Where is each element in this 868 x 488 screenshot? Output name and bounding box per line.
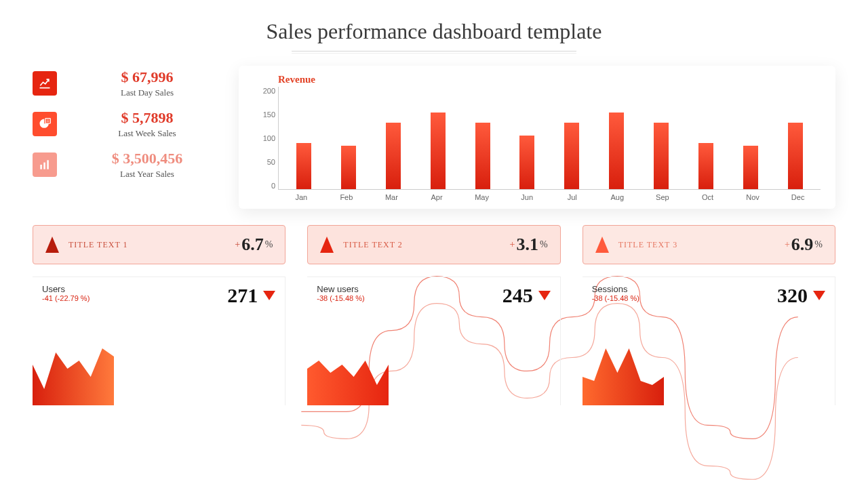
svg-marker-5: [307, 361, 389, 405]
revenue-bar: [654, 123, 669, 189]
stat-value: $ 3,500,456: [72, 150, 222, 167]
revenue-bar: [743, 146, 758, 189]
title-card-suffix: %: [540, 239, 548, 250]
revenue-bar: [296, 143, 311, 189]
revenue-bars: [279, 87, 821, 189]
stat-item: $ 67,996Last Day Sales: [33, 68, 222, 98]
stat-value: $ 67,996: [72, 68, 222, 86]
x-tick: Oct: [700, 193, 715, 201]
mini-value-wrap: 271: [227, 284, 275, 307]
title-divider: [292, 51, 576, 54]
stat-item: $ 3,500,456Last Year Sales: [33, 150, 222, 180]
triangle-up-icon: [45, 237, 59, 253]
revenue-bar: [609, 113, 624, 189]
mini-head: New users-38 (-15.48 %)245: [307, 277, 559, 307]
revenue-bar: [519, 136, 534, 189]
title-card-label: TITLE TEXT 2: [343, 240, 509, 250]
x-tick: Nov: [745, 193, 760, 201]
revenue-bar: [788, 123, 803, 189]
title-card-prefix: +: [235, 239, 240, 250]
svg-marker-6: [583, 348, 664, 405]
title-card-value: 6.7: [241, 235, 264, 255]
svg-rect-2: [43, 163, 45, 169]
revenue-bar: [475, 123, 490, 189]
stat-body: $ 3,500,456Last Year Sales: [72, 150, 222, 180]
revenue-bar: [564, 123, 579, 189]
x-tick: Jan: [294, 193, 309, 201]
triangle-up-icon: [320, 237, 334, 253]
y-tick: 100: [263, 134, 275, 142]
revenue-card: Revenue 200150100500 JanFebMarAprMayJunJ…: [239, 66, 835, 209]
title-card: TITLE TEXT 3+6.9%: [583, 225, 835, 264]
stat-label: Last Week Sales: [72, 128, 222, 139]
y-tick: 50: [267, 158, 275, 166]
title-card-suffix: %: [265, 239, 273, 250]
chart-line-up-icon: [33, 71, 57, 96]
top-row: $ 67,996Last Day Sales$ 5,7898Last Week …: [0, 66, 868, 209]
title-card-label: TITLE TEXT 3: [618, 240, 785, 250]
title-cards-row: TITLE TEXT 1+6.7%TITLE TEXT 2+3.1%TITLE …: [0, 209, 868, 264]
page-title: Sales performance dashboard template: [0, 0, 868, 44]
revenue-bar: [341, 146, 356, 189]
x-tick: Dec: [791, 193, 806, 201]
revenue-bar: [698, 143, 713, 189]
stat-body: $ 67,996Last Day Sales: [72, 68, 222, 98]
title-card-suffix: %: [814, 239, 823, 250]
bar-chart-icon: [33, 152, 57, 177]
mini-delta: -38 (-15.48 %): [317, 294, 364, 302]
svg-marker-4: [33, 348, 114, 405]
title-card-prefix: +: [510, 239, 515, 250]
revenue-bar: [386, 123, 401, 189]
mini-value: 245: [502, 284, 533, 307]
x-tick: May: [475, 193, 490, 201]
stat-value: $ 5,7898: [72, 109, 222, 127]
mini-value-wrap: 320: [777, 284, 825, 307]
svg-rect-1: [40, 165, 42, 169]
x-tick: Apr: [429, 193, 444, 201]
mini-head: Users-41 (-22.79 %)271: [33, 277, 285, 307]
mini-delta: -38 (-15.48 %): [592, 294, 639, 302]
triangle-down-icon: [813, 291, 825, 300]
revenue-x-axis: JanFebMarAprMayJunJulAugSepOctNovDec: [279, 193, 821, 201]
title-card-prefix: +: [785, 239, 790, 250]
x-tick: Aug: [610, 193, 625, 201]
title-card: TITLE TEXT 1+6.7%: [33, 225, 285, 264]
x-tick: Jun: [519, 193, 534, 201]
mini-charts-row: Users-41 (-22.79 %)271New users-38 (-15.…: [0, 264, 868, 405]
title-card-value: 6.9: [791, 235, 814, 255]
mini-value: 271: [227, 284, 258, 307]
mini-title: New users: [317, 284, 364, 294]
stat-item: $ 5,7898Last Week Sales: [33, 109, 222, 139]
triangle-up-icon: [595, 237, 609, 253]
x-tick: Jul: [565, 193, 580, 201]
mini-delta: -41 (-22.79 %): [42, 294, 90, 302]
svg-rect-3: [47, 160, 49, 169]
x-tick: Sep: [655, 193, 670, 201]
revenue-plot: 200150100500 JanFebMarAprMayJunJulAugSep…: [254, 87, 821, 202]
svg-rect-0: [45, 119, 51, 124]
x-tick: Mar: [384, 193, 399, 201]
title-card: TITLE TEXT 2+3.1%: [307, 225, 560, 264]
title-card-label: TITLE TEXT 1: [68, 240, 235, 250]
y-tick: 200: [263, 87, 275, 95]
mini-value: 320: [777, 284, 808, 307]
triangle-down-icon: [263, 291, 275, 300]
mini-area-chart: [33, 324, 114, 405]
stats-column: $ 67,996Last Day Sales$ 5,7898Last Week …: [33, 66, 222, 209]
mini-chart: Sessions-38 (-15.48 %)320: [583, 277, 835, 405]
y-tick: 150: [263, 110, 275, 119]
mini-value-wrap: 245: [502, 284, 551, 307]
mini-area-chart: [307, 324, 389, 405]
mini-title: Sessions: [592, 284, 639, 294]
revenue-bars-wrap: JanFebMarAprMayJunJulAugSepOctNovDec: [278, 87, 821, 190]
stat-label: Last Year Sales: [72, 169, 222, 180]
mini-head: Sessions-38 (-15.48 %)320: [583, 277, 835, 307]
stat-label: Last Day Sales: [72, 87, 222, 98]
mini-chart: New users-38 (-15.48 %)245: [307, 277, 560, 405]
mini-title: Users: [42, 284, 90, 294]
stat-body: $ 5,7898Last Week Sales: [72, 109, 222, 139]
revenue-bar: [431, 113, 446, 189]
mini-chart: Users-41 (-22.79 %)271: [33, 277, 285, 405]
pie-calc-icon: [33, 112, 57, 136]
y-tick: 0: [271, 182, 275, 190]
